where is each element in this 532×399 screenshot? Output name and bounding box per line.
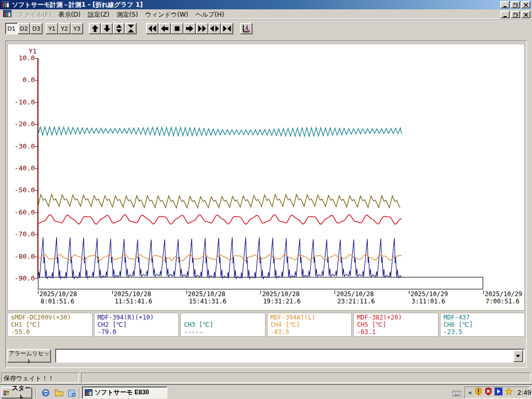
alarm-combobox[interactable] xyxy=(55,349,525,363)
task-button-softthermo[interactable]: ソフトサーモ E830 xyxy=(82,387,167,398)
menubar: ファイル(F)表示(D)設定(Z)測定(S)ウィンドウ(W)ヘルプ(H) xyxy=(0,9,532,19)
compress-y-icon xyxy=(126,23,136,34)
combobox-dropdown-button[interactable] xyxy=(513,350,523,362)
keyboard-icon[interactable] xyxy=(452,389,461,398)
stop-icon xyxy=(172,23,182,34)
expand-y-button[interactable] xyxy=(113,23,125,34)
menu-item-2[interactable]: 設定(Z) xyxy=(84,10,113,19)
scroll-up-button[interactable] xyxy=(89,23,101,34)
status-pane-2 xyxy=(81,373,531,383)
menu-item-3[interactable]: 測定(S) xyxy=(113,10,142,19)
expand-x-icon xyxy=(209,23,220,34)
mdi-restore-button[interactable] xyxy=(511,11,520,18)
task-app-icon xyxy=(85,389,92,396)
compress-y-button[interactable] xyxy=(125,23,137,34)
x-tick-label: 2025/10/2815:41:31.6 xyxy=(188,290,227,305)
series-line-ch1 xyxy=(38,194,400,208)
x-tick-label: 2025/10/288:01:51.6 xyxy=(39,290,77,305)
restore-button[interactable] xyxy=(511,1,520,8)
task-button-label: ソフトサーモ E830 xyxy=(95,388,149,397)
mdi-minimize-button[interactable] xyxy=(500,11,510,18)
expand-x-button[interactable] xyxy=(208,23,221,34)
rewind-button[interactable] xyxy=(146,23,158,34)
rewind-icon xyxy=(147,23,157,34)
display-select-button-d2[interactable]: D2 xyxy=(18,23,30,34)
stop-button[interactable] xyxy=(171,23,183,34)
x-tick-label: 2025/10/297:00:51.6 xyxy=(485,290,522,305)
alarm-combobox-value[interactable] xyxy=(57,350,512,361)
y-axis-select-button-y3[interactable]: Y3 xyxy=(71,23,83,34)
step-back-button[interactable] xyxy=(158,23,171,34)
menu-item-1[interactable]: 表示(D) xyxy=(55,10,84,19)
x-tick-mark xyxy=(112,290,113,294)
legend-cell-ch1: sMDF-DC200V(+30)CH1 [℃]-55.0 xyxy=(7,313,92,337)
start-button-label: スタート xyxy=(11,384,32,399)
alert-shield-icon[interactable] xyxy=(475,388,482,397)
legend-cell-ch3: CH3 [℃]----- xyxy=(180,313,265,337)
fast-forward-icon xyxy=(197,23,207,34)
step-forward-button[interactable] xyxy=(183,23,196,34)
status-message: 保存ウェイト！！ xyxy=(1,373,79,383)
alarm-reset-button[interactable]: アラームリセット xyxy=(7,349,51,363)
x-tick-mark xyxy=(260,290,261,294)
x-tick-mark xyxy=(335,290,335,294)
legend-cell-ch6: MDF-437CH6 [℃]-23.5 xyxy=(440,313,525,337)
menu-item-4[interactable]: ウィンドウ(W) xyxy=(142,10,192,19)
folder-icon[interactable] xyxy=(54,388,64,397)
windows-logo-icon xyxy=(3,390,9,396)
menu-item-5[interactable]: ヘルプ(H) xyxy=(192,10,228,19)
menu-item-0: ファイル(F) xyxy=(14,10,55,19)
chart-series-canvas xyxy=(8,44,525,311)
compress-x-button[interactable] xyxy=(221,23,233,34)
window-title: ソフトサーモ計測－計測1 - [折れ線グラフ 1] xyxy=(12,1,143,9)
display-select-button-d3[interactable]: D3 xyxy=(30,23,43,34)
statusbar: 保存ウェイト！！ xyxy=(0,371,532,384)
security-shield-icon[interactable] xyxy=(485,388,492,397)
x-tick-label: 2025/10/293:11:01.6 xyxy=(410,290,448,305)
series-line-ch5 xyxy=(38,215,402,224)
legend-cell-ch5: MDF-382(+20)CH5 [℃]-63.1 xyxy=(353,313,438,337)
start-button[interactable]: スタート xyxy=(1,387,32,398)
compress-x-icon xyxy=(222,23,232,34)
y-axis-select-button-y1[interactable]: Y1 xyxy=(46,23,58,34)
x-tick-mark xyxy=(38,290,38,294)
step-back-icon xyxy=(159,23,170,34)
app-icon xyxy=(2,0,10,10)
document-icon[interactable] xyxy=(3,9,11,19)
taskbar-separator xyxy=(79,388,80,398)
ie-icon[interactable] xyxy=(41,388,51,397)
x-tick-label: 2025/10/2811:51:41.6 xyxy=(114,290,152,305)
display-select-button-d1[interactable]: D1 xyxy=(5,23,18,34)
menu-items: ファイル(F)表示(D)設定(Z)測定(S)ウィンドウ(W)ヘルプ(H) xyxy=(14,9,228,19)
fast-forward-button[interactable] xyxy=(196,23,208,34)
chevron-down-icon xyxy=(516,355,521,358)
mdi-close-button[interactable] xyxy=(521,11,530,18)
step-forward-icon xyxy=(184,23,195,34)
x-tick-mark xyxy=(409,290,409,294)
outlook-icon[interactable] xyxy=(66,388,77,397)
screen: ソフトサーモ計測－計測1 - [折れ線グラフ 1] ファイル(F)表示(D)設定… xyxy=(0,0,532,399)
star-icon[interactable] xyxy=(505,388,513,397)
legend-cell-ch4: MDF-394AT(L)CH4 [℃]-83.5 xyxy=(267,313,352,337)
scroll-up-icon xyxy=(90,23,100,34)
scroll-down-button[interactable] xyxy=(101,23,113,34)
toolbar: D1D2D3Y1Y2Y3 xyxy=(0,20,532,37)
chevron-collapse-icon[interactable]: « xyxy=(468,389,472,396)
close-button[interactable] xyxy=(521,1,530,8)
play-badge-icon[interactable] xyxy=(495,388,502,397)
channel-legend: sMDF-DC200V(+30)CH1 [℃]-55.0MDF-394(R)(+… xyxy=(7,313,525,337)
graph-settings-icon xyxy=(241,23,251,34)
line-graph-panel: Y1 10.00.0-10.0-20.0-30.0-40.0-50.0-60.0… xyxy=(7,44,525,311)
system-tray: « 2:49 xyxy=(464,387,530,398)
legend-cell-ch2: MDF-394(R)(+10)CH2 [℃]-79.0 xyxy=(94,313,179,337)
tray-clock[interactable]: 2:49 xyxy=(517,389,531,396)
series-line-ch2 xyxy=(38,237,402,279)
x-tick-mark xyxy=(187,290,187,294)
mdi-window-controls xyxy=(500,11,530,18)
graph-settings-button[interactable] xyxy=(240,23,252,34)
series-line-ch6 xyxy=(38,127,402,136)
x-tick-mark xyxy=(483,290,484,294)
minimize-button[interactable] xyxy=(500,1,510,8)
window-controls xyxy=(500,1,530,8)
y-axis-select-button-y2[interactable]: Y2 xyxy=(58,23,71,34)
